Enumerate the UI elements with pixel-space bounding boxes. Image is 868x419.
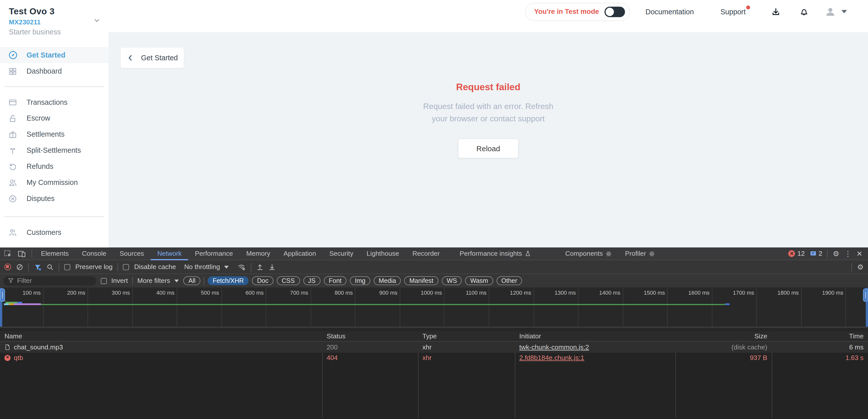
support-link[interactable]: Support: [720, 7, 746, 16]
tab-application[interactable]: Application: [277, 247, 322, 260]
tab-network[interactable]: Network: [151, 247, 188, 260]
table-row[interactable]: chat_sound.mp3200xhrtwk-chunk-common.js:…: [0, 341, 868, 353]
tab-performance[interactable]: Performance: [188, 247, 240, 260]
filter-pill-fetch-xhr[interactable]: Fetch/XHR: [208, 276, 249, 285]
export-har-icon[interactable]: [269, 263, 276, 271]
column-header-initiator[interactable]: Initiator: [515, 332, 675, 340]
column-header-type[interactable]: Type: [418, 332, 515, 340]
tab-performance-insights[interactable]: Performance insights: [453, 247, 538, 260]
tab-memory[interactable]: Memory: [240, 247, 277, 260]
sidebar-item-disputes[interactable]: Disputes: [0, 190, 108, 207]
filter-pill-js[interactable]: JS: [303, 276, 320, 285]
invert-checkbox[interactable]: [101, 277, 107, 283]
console-errors-badge[interactable]: ✕ 12: [788, 250, 805, 258]
sidebar-item-my-commission[interactable]: My Commission: [0, 174, 108, 190]
tab-security[interactable]: Security: [323, 247, 360, 260]
throttling-dropdown[interactable]: No throttling: [184, 263, 229, 271]
separator: [32, 249, 32, 258]
sidebar-item-settlements[interactable]: Settlements: [0, 126, 108, 143]
reload-button[interactable]: Reload: [458, 139, 519, 158]
filter-pill-font[interactable]: Font: [324, 276, 346, 285]
filter-funnel-icon[interactable]: [34, 263, 41, 271]
tab-sources[interactable]: Sources: [113, 247, 151, 260]
filter-pill-ws[interactable]: WS: [442, 276, 462, 285]
import-har-icon[interactable]: [256, 263, 264, 271]
sidebar-item-customers[interactable]: Customers: [0, 224, 108, 240]
time-cell: 6 ms: [772, 343, 868, 351]
sidebar-item-split-settlements[interactable]: Split-Settlements: [0, 142, 108, 158]
tab-lighthouse[interactable]: Lighthouse: [360, 247, 406, 260]
toggle-knob: [606, 7, 614, 16]
filter-pill-all[interactable]: All: [183, 276, 200, 285]
overview-right-handle[interactable]: [866, 288, 868, 327]
initiator-link[interactable]: twk-chunk-common.js:2: [519, 343, 589, 351]
tab-console[interactable]: Console: [75, 247, 113, 260]
overview-left-grip[interactable]: [0, 288, 5, 302]
filter-input[interactable]: [3, 276, 96, 286]
close-devtools-icon[interactable]: ✕: [857, 250, 863, 257]
sidebar-item-escrow[interactable]: Escrow: [0, 110, 108, 126]
request-name-cell[interactable]: chat_sound.mp3: [0, 343, 322, 351]
record-network-log-button[interactable]: [4, 264, 11, 270]
download-icon[interactable]: [771, 7, 780, 16]
tab-label: Components: [565, 250, 603, 258]
column-header-name[interactable]: Name: [0, 332, 322, 340]
chevron-down-icon[interactable]: [93, 17, 101, 24]
filter-pill-media[interactable]: Media: [374, 276, 401, 285]
timeline-tick-label: 1400 ms: [582, 290, 620, 296]
filter-pill-img[interactable]: Img: [350, 276, 370, 285]
tab-profiler[interactable]: Profiler: [618, 247, 661, 260]
tab-label: Lighthouse: [367, 250, 399, 258]
devtools-left-icons: [4, 249, 32, 258]
settings-gear-icon[interactable]: ⚙: [833, 250, 839, 257]
tab-components[interactable]: Components: [559, 247, 618, 260]
tab-label: Elements: [41, 250, 68, 258]
issues-badge[interactable]: 2: [810, 250, 822, 258]
sidebar-divider: [4, 216, 104, 217]
search-icon[interactable]: [46, 263, 54, 271]
overview-left-handle[interactable]: [0, 288, 2, 327]
back-get-started-button[interactable]: Get Started: [121, 48, 184, 68]
test-mode-toggle[interactable]: [604, 6, 625, 17]
sidebar-item-label: Refunds: [27, 162, 54, 171]
status-cell: 404: [322, 354, 418, 362]
filter-pill-wasm[interactable]: Wasm: [465, 276, 493, 285]
screen: Test Ovo 3 MX230211 Starter business Get…: [0, 0, 868, 419]
table-row[interactable]: ✕qtb404xhr2.fd8b184e.chunk.js:1937 B1.63…: [0, 353, 868, 363]
preserve-log-checkbox[interactable]: [64, 264, 70, 270]
timeline-gridline: [266, 288, 267, 327]
filter-pill-manifest[interactable]: Manifest: [404, 276, 438, 285]
tab-recorder[interactable]: Recorder: [406, 247, 446, 260]
kebab-menu-icon[interactable]: ⋮: [844, 250, 851, 257]
error-icon: ✕: [4, 355, 10, 361]
column-header-size[interactable]: Size: [675, 332, 772, 340]
network-conditions-icon[interactable]: [237, 263, 246, 271]
filter-pill-other[interactable]: Other: [496, 276, 522, 285]
timeline-tick-label: 1200 ms: [493, 290, 531, 296]
size-cell: 937 B: [675, 354, 772, 362]
sidebar-item-dashboard[interactable]: Dashboard: [0, 63, 108, 79]
more-filters-dropdown[interactable]: More filters: [137, 277, 179, 285]
sidebar-item-transactions[interactable]: Transactions: [0, 94, 108, 110]
column-header-status[interactable]: Status: [322, 332, 418, 340]
device-toolbar-icon[interactable]: [18, 249, 26, 258]
tab-elements[interactable]: Elements: [34, 247, 75, 260]
column-header-time[interactable]: Time: [772, 332, 868, 340]
request-name-cell[interactable]: ✕qtb: [0, 354, 322, 362]
sidebar-item-refunds[interactable]: Refunds: [0, 158, 108, 174]
account-menu[interactable]: [824, 5, 847, 18]
bell-icon[interactable]: [800, 7, 809, 16]
initiator-link[interactable]: 2.fd8b184e.chunk.js:1: [519, 354, 584, 362]
waterfall-bar: [4, 303, 8, 305]
size-cell: (disk cache): [675, 343, 772, 351]
inspect-element-icon[interactable]: [4, 249, 12, 258]
business-switcher[interactable]: Test Ovo 3 MX230211 Starter business: [0, 0, 108, 36]
filter-pill-css[interactable]: CSS: [277, 276, 300, 285]
documentation-link[interactable]: Documentation: [646, 7, 694, 16]
network-settings-gear-icon[interactable]: ⚙: [857, 263, 864, 271]
filter-pill-doc[interactable]: Doc: [252, 276, 274, 285]
overview-right-grip[interactable]: [863, 288, 868, 302]
clear-network-log-icon[interactable]: [16, 263, 23, 271]
disable-cache-checkbox[interactable]: [123, 264, 129, 270]
sidebar-item-get-started[interactable]: Get Started: [0, 47, 108, 63]
